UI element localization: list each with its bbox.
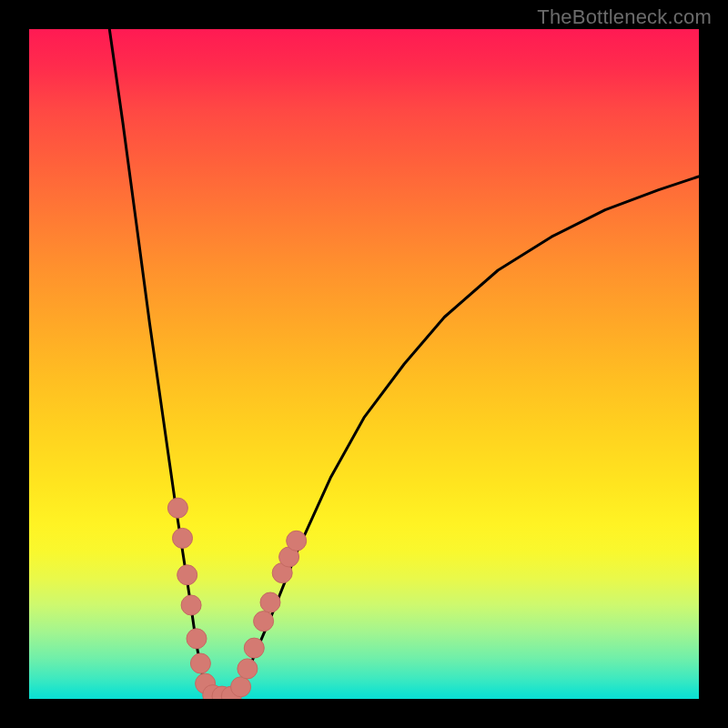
plot-area: [29, 29, 699, 699]
data-point: [167, 498, 187, 518]
curve-path: [109, 29, 699, 697]
data-point: [190, 653, 210, 673]
bottleneck-curve: [109, 29, 699, 697]
data-markers: [167, 498, 306, 699]
data-point: [231, 677, 251, 697]
data-point: [244, 638, 264, 658]
data-point: [187, 629, 207, 649]
data-point: [181, 595, 201, 615]
data-point: [173, 528, 193, 548]
data-point: [238, 659, 258, 679]
chart-svg: [29, 29, 699, 699]
chart-frame: TheBottleneck.com: [0, 0, 728, 728]
watermark-text: TheBottleneck.com: [537, 5, 712, 29]
data-point: [177, 565, 197, 585]
data-point: [287, 531, 307, 551]
data-point: [254, 612, 274, 632]
data-point: [260, 592, 280, 612]
